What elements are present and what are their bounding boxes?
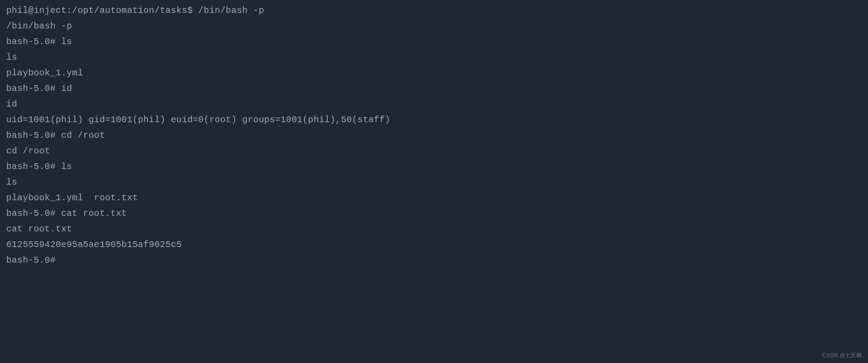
terminal-line: cd /root [6, 143, 862, 159]
terminal-line: bash-5.0# cat root.txt [6, 206, 862, 221]
terminal-line: uid=1001(phil) gid=1001(phil) euid=0(roo… [6, 112, 862, 128]
terminal-line: id [6, 96, 862, 112]
terminal-line: phil@inject:/opt/automation/tasks$ /bin/… [6, 3, 862, 18]
terminal-line: /bin/bash -p [6, 18, 862, 34]
terminal-line: bash-5.0# ls [6, 34, 862, 50]
terminal-line: bash-5.0# ls [6, 159, 862, 174]
terminal-line: bash-5.0# id [6, 81, 862, 96]
terminal-line: bash-5.0# [6, 252, 862, 268]
terminal-line: ls [6, 50, 862, 65]
terminal-output[interactable]: phil@inject:/opt/automation/tasks$ /bin/… [6, 3, 862, 268]
watermark: CSDN @七天啊 [823, 351, 862, 360]
terminal-line: cat root.txt [6, 221, 862, 237]
terminal-line: ls [6, 174, 862, 190]
terminal-line: bash-5.0# cd /root [6, 128, 862, 143]
terminal-line: playbook_1.yml root.txt [6, 190, 862, 206]
terminal-line: 6125559420e95a5ae1905b15af9025c5 [6, 237, 862, 252]
terminal-line: playbook_1.yml [6, 65, 862, 81]
